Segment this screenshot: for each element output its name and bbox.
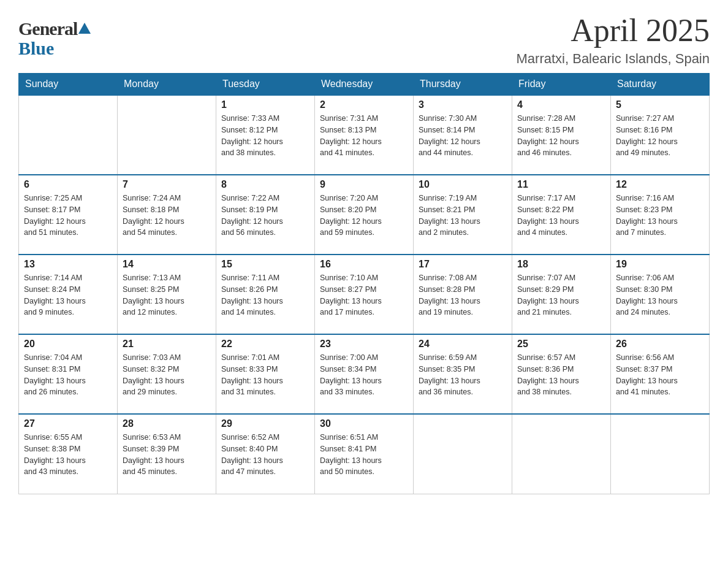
day-number: 15 xyxy=(221,259,309,270)
calendar-cell: 4Sunrise: 7:28 AM Sunset: 8:15 PM Daylig… xyxy=(512,95,611,175)
page-title: April 2025 xyxy=(517,12,710,48)
calendar-week-4: 20Sunrise: 7:04 AM Sunset: 8:31 PM Dayli… xyxy=(19,334,710,414)
calendar-cell: 27Sunrise: 6:55 AM Sunset: 8:38 PM Dayli… xyxy=(19,414,118,494)
day-number: 21 xyxy=(123,339,211,350)
logo-general-text: General xyxy=(18,18,77,39)
calendar-cell xyxy=(19,95,118,175)
day-number: 13 xyxy=(24,259,112,270)
calendar-cell: 22Sunrise: 7:01 AM Sunset: 8:33 PM Dayli… xyxy=(216,334,315,414)
day-number: 16 xyxy=(320,259,408,270)
calendar-cell: 13Sunrise: 7:14 AM Sunset: 8:24 PM Dayli… xyxy=(19,255,118,334)
day-number: 5 xyxy=(616,99,704,110)
calendar-cell: 25Sunrise: 6:57 AM Sunset: 8:36 PM Dayli… xyxy=(512,334,611,414)
calendar-header-saturday: Saturday xyxy=(611,74,710,96)
day-info: Sunrise: 7:28 AM Sunset: 8:15 PM Dayligh… xyxy=(517,113,605,159)
calendar-cell: 6Sunrise: 7:25 AM Sunset: 8:17 PM Daylig… xyxy=(19,175,118,255)
title-section: April 2025 Marratxi, Balearic Islands, S… xyxy=(517,12,710,67)
calendar-header-monday: Monday xyxy=(118,74,216,96)
day-info: Sunrise: 6:57 AM Sunset: 8:36 PM Dayligh… xyxy=(517,352,605,398)
day-info: Sunrise: 7:25 AM Sunset: 8:17 PM Dayligh… xyxy=(24,193,112,239)
calendar-cell: 5Sunrise: 7:27 AM Sunset: 8:16 PM Daylig… xyxy=(611,95,710,175)
day-number: 17 xyxy=(419,259,507,270)
day-info: Sunrise: 7:08 AM Sunset: 8:28 PM Dayligh… xyxy=(419,272,507,318)
day-info: Sunrise: 7:13 AM Sunset: 8:25 PM Dayligh… xyxy=(123,272,211,318)
day-info: Sunrise: 7:20 AM Sunset: 8:20 PM Dayligh… xyxy=(320,193,408,239)
calendar-header-wednesday: Wednesday xyxy=(315,74,414,96)
calendar-cell: 10Sunrise: 7:19 AM Sunset: 8:21 PM Dayli… xyxy=(414,175,512,255)
day-number: 7 xyxy=(123,179,211,190)
day-number: 10 xyxy=(419,179,507,190)
day-info: Sunrise: 6:56 AM Sunset: 8:37 PM Dayligh… xyxy=(616,352,704,398)
day-info: Sunrise: 7:19 AM Sunset: 8:21 PM Dayligh… xyxy=(419,193,507,239)
day-info: Sunrise: 7:33 AM Sunset: 8:12 PM Dayligh… xyxy=(221,113,309,159)
calendar-cell: 16Sunrise: 7:10 AM Sunset: 8:27 PM Dayli… xyxy=(315,255,414,334)
day-info: Sunrise: 7:30 AM Sunset: 8:14 PM Dayligh… xyxy=(419,113,507,159)
day-number: 18 xyxy=(517,259,605,270)
page-header: General Blue April 2025 Marratxi, Balear… xyxy=(18,12,710,67)
day-number: 4 xyxy=(517,99,605,110)
calendar-cell: 21Sunrise: 7:03 AM Sunset: 8:32 PM Dayli… xyxy=(118,334,216,414)
calendar-cell: 15Sunrise: 7:11 AM Sunset: 8:26 PM Dayli… xyxy=(216,255,315,334)
day-info: Sunrise: 6:55 AM Sunset: 8:38 PM Dayligh… xyxy=(24,432,112,478)
day-info: Sunrise: 7:06 AM Sunset: 8:30 PM Dayligh… xyxy=(616,272,704,318)
calendar-cell: 7Sunrise: 7:24 AM Sunset: 8:18 PM Daylig… xyxy=(118,175,216,255)
calendar-cell: 30Sunrise: 6:51 AM Sunset: 8:41 PM Dayli… xyxy=(315,414,414,494)
logo-triangle-icon xyxy=(78,23,91,35)
calendar-cell: 28Sunrise: 6:53 AM Sunset: 8:39 PM Dayli… xyxy=(118,414,216,494)
calendar-header-row: SundayMondayTuesdayWednesdayThursdayFrid… xyxy=(19,74,710,96)
calendar-cell: 23Sunrise: 7:00 AM Sunset: 8:34 PM Dayli… xyxy=(315,334,414,414)
day-number: 25 xyxy=(517,339,605,350)
calendar-cell: 29Sunrise: 6:52 AM Sunset: 8:40 PM Dayli… xyxy=(216,414,315,494)
calendar-cell xyxy=(512,414,611,494)
calendar-cell: 26Sunrise: 6:56 AM Sunset: 8:37 PM Dayli… xyxy=(611,334,710,414)
calendar-header-thursday: Thursday xyxy=(414,74,512,96)
logo: General Blue xyxy=(18,18,91,59)
day-info: Sunrise: 7:17 AM Sunset: 8:22 PM Dayligh… xyxy=(517,193,605,239)
calendar-cell: 24Sunrise: 6:59 AM Sunset: 8:35 PM Dayli… xyxy=(414,334,512,414)
calendar-cell: 2Sunrise: 7:31 AM Sunset: 8:13 PM Daylig… xyxy=(315,95,414,175)
day-number: 2 xyxy=(320,99,408,110)
day-info: Sunrise: 7:10 AM Sunset: 8:27 PM Dayligh… xyxy=(320,272,408,318)
day-info: Sunrise: 7:27 AM Sunset: 8:16 PM Dayligh… xyxy=(616,113,704,159)
calendar-cell: 3Sunrise: 7:30 AM Sunset: 8:14 PM Daylig… xyxy=(414,95,512,175)
day-number: 20 xyxy=(24,339,112,350)
day-number: 1 xyxy=(221,99,309,110)
calendar-cell: 8Sunrise: 7:22 AM Sunset: 8:19 PM Daylig… xyxy=(216,175,315,255)
calendar-cell: 20Sunrise: 7:04 AM Sunset: 8:31 PM Dayli… xyxy=(19,334,118,414)
calendar-header-friday: Friday xyxy=(512,74,611,96)
day-info: Sunrise: 7:00 AM Sunset: 8:34 PM Dayligh… xyxy=(320,352,408,398)
calendar-cell xyxy=(414,414,512,494)
calendar-week-2: 6Sunrise: 7:25 AM Sunset: 8:17 PM Daylig… xyxy=(19,175,710,255)
calendar-week-5: 27Sunrise: 6:55 AM Sunset: 8:38 PM Dayli… xyxy=(19,414,710,494)
day-number: 9 xyxy=(320,179,408,190)
calendar-cell: 9Sunrise: 7:20 AM Sunset: 8:20 PM Daylig… xyxy=(315,175,414,255)
calendar-header-tuesday: Tuesday xyxy=(216,74,315,96)
day-number: 14 xyxy=(123,259,211,270)
day-info: Sunrise: 6:53 AM Sunset: 8:39 PM Dayligh… xyxy=(123,432,211,478)
day-info: Sunrise: 7:14 AM Sunset: 8:24 PM Dayligh… xyxy=(24,272,112,318)
day-number: 29 xyxy=(221,418,309,429)
day-info: Sunrise: 6:51 AM Sunset: 8:41 PM Dayligh… xyxy=(320,432,408,478)
page-subtitle: Marratxi, Balearic Islands, Spain xyxy=(517,51,710,67)
calendar-cell: 12Sunrise: 7:16 AM Sunset: 8:23 PM Dayli… xyxy=(611,175,710,255)
day-number: 22 xyxy=(221,339,309,350)
calendar-cell: 14Sunrise: 7:13 AM Sunset: 8:25 PM Dayli… xyxy=(118,255,216,334)
calendar-cell xyxy=(611,414,710,494)
day-info: Sunrise: 7:31 AM Sunset: 8:13 PM Dayligh… xyxy=(320,113,408,159)
calendar-cell xyxy=(118,95,216,175)
day-number: 26 xyxy=(616,339,704,350)
day-info: Sunrise: 7:24 AM Sunset: 8:18 PM Dayligh… xyxy=(123,193,211,239)
calendar-week-3: 13Sunrise: 7:14 AM Sunset: 8:24 PM Dayli… xyxy=(19,255,710,334)
calendar-table: SundayMondayTuesdayWednesdayThursdayFrid… xyxy=(18,73,710,494)
calendar-cell: 18Sunrise: 7:07 AM Sunset: 8:29 PM Dayli… xyxy=(512,255,611,334)
day-info: Sunrise: 7:03 AM Sunset: 8:32 PM Dayligh… xyxy=(123,352,211,398)
day-info: Sunrise: 7:04 AM Sunset: 8:31 PM Dayligh… xyxy=(24,352,112,398)
calendar-cell: 1Sunrise: 7:33 AM Sunset: 8:12 PM Daylig… xyxy=(216,95,315,175)
day-number: 24 xyxy=(419,339,507,350)
day-number: 27 xyxy=(24,418,112,429)
day-info: Sunrise: 6:59 AM Sunset: 8:35 PM Dayligh… xyxy=(419,352,507,398)
day-number: 19 xyxy=(616,259,704,270)
day-number: 11 xyxy=(517,179,605,190)
calendar-cell: 11Sunrise: 7:17 AM Sunset: 8:22 PM Dayli… xyxy=(512,175,611,255)
logo-blue-text: Blue xyxy=(18,38,54,59)
